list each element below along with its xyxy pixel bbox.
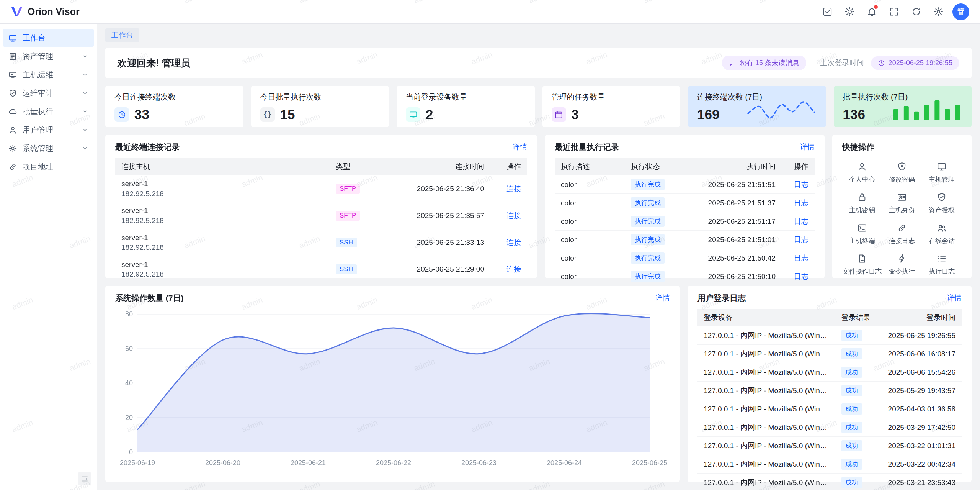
last-login-time-badge: 2025-06-25 19:26:55	[871, 56, 959, 70]
executions-detail-link[interactable]: 详情	[800, 142, 815, 152]
sidebar-item-user-management[interactable]: 用户管理	[3, 121, 94, 139]
todo-button[interactable]	[819, 4, 835, 20]
sidebar-item-label: 主机运维	[23, 70, 76, 80]
login-logs-detail-link[interactable]: 详情	[947, 293, 962, 303]
users-group-icon	[937, 223, 947, 233]
sidebar-item-project-link[interactable]: 项目地址	[3, 158, 94, 175]
log-link[interactable]: 日志	[794, 272, 808, 280]
settings-button[interactable]	[930, 4, 946, 20]
recent-connections-panel: 最近终端连接记录 详情 连接主机 类型 连接时间 操作 server-1182.…	[105, 135, 537, 278]
quick-action-personal-center[interactable]: 个人中心	[842, 162, 882, 184]
lock-icon	[857, 192, 867, 202]
login-time: 2025-06-25 19:26:55	[878, 326, 962, 345]
connect-link[interactable]: 连接	[506, 185, 521, 193]
quick-action-command-execution[interactable]: 命令执行	[882, 254, 922, 276]
quick-action-execution-logs[interactable]: 执行日志	[922, 254, 962, 276]
shield-check-icon	[937, 192, 947, 202]
execution-time: 2025-06-25 21:50:10	[686, 267, 782, 286]
quick-action-change-password[interactable]: 修改密码	[882, 162, 922, 184]
sidebar-item-ops-audit[interactable]: 运维审计	[3, 84, 94, 102]
quick-action-file-operation-logs[interactable]: 文件操作日志	[842, 254, 882, 276]
link-icon	[897, 223, 907, 233]
sidebar-item-asset-management[interactable]: 资产管理	[3, 48, 94, 65]
users-icon	[8, 126, 17, 134]
batch-exec-icon	[8, 107, 17, 116]
quick-action-host-identity[interactable]: 主机身份	[882, 192, 922, 215]
breadcrumb-item-workbench[interactable]: 工作台	[105, 28, 139, 42]
quick-action-asset-authorization[interactable]: 资产授权	[922, 192, 962, 215]
clock-icon	[878, 59, 885, 67]
column-header: 执行描述	[555, 158, 625, 175]
column-header: 执行时间	[686, 158, 782, 175]
login-result-badge: 成功	[841, 422, 862, 433]
sidebar-item-workbench[interactable]: 工作台	[3, 29, 94, 47]
host-ip: 182.92.5.218	[121, 269, 323, 279]
fullscreen-icon	[889, 7, 899, 17]
connect-link[interactable]: 连接	[506, 238, 521, 246]
connections-detail-link[interactable]: 详情	[513, 142, 527, 152]
stat-label: 当前登录设备数量	[406, 92, 526, 102]
quick-action-host-terminal[interactable]: 主机终端	[842, 223, 882, 245]
table-row: 127.0.0.1 - 内网IP - Mozilla/5.0 (Windows …	[697, 418, 962, 437]
stat-label: 今日批量执行次数	[260, 92, 380, 102]
sidebar: 工作台 资产管理 主机运维 运维审计 批量执行 用户管理 系统管理 项目地址	[0, 24, 97, 490]
theme-button[interactable]	[841, 4, 858, 20]
quick-action-label: 命令执行	[889, 267, 915, 276]
sidebar-item-host-ops[interactable]: 主机运维	[3, 66, 94, 84]
app-logo: Orion Visor	[11, 6, 80, 18]
stat-card-executions-7d: 批量执行次数 (7日) 136	[834, 86, 972, 127]
quick-action-online-sessions[interactable]: 在线会话	[922, 223, 962, 245]
chevron-down-icon	[82, 145, 88, 152]
refresh-button[interactable]	[908, 4, 924, 20]
execution-status-badge: 执行完成	[631, 271, 665, 282]
fullscreen-button[interactable]	[886, 4, 902, 20]
login-time: 2025-06-06 15:54:26	[878, 363, 962, 382]
chevron-down-icon	[82, 71, 88, 78]
panel-title: 快捷操作	[842, 142, 874, 152]
table-row: server-1182.92.5.218 SFTP 2025-06-25 21:…	[115, 175, 527, 202]
sidebar-item-system-management[interactable]: 系统管理	[3, 139, 94, 157]
host-name: server-1	[121, 233, 323, 243]
system-settings-icon	[8, 144, 17, 153]
login-time: 2025-03-21 23:53:43	[878, 474, 962, 490]
login-result-badge: 成功	[841, 330, 862, 341]
log-link[interactable]: 日志	[794, 236, 808, 244]
unread-messages-badge[interactable]: 您有 15 条未读消息	[722, 56, 806, 70]
log-link[interactable]: 日志	[794, 199, 808, 207]
quick-action-host-management[interactable]: 主机管理	[922, 162, 962, 184]
host-name: server-1	[121, 260, 323, 270]
quick-action-connection-logs[interactable]: 连接日志	[882, 223, 922, 245]
lightning-icon	[897, 254, 907, 264]
log-link[interactable]: 日志	[794, 180, 808, 188]
svg-text:2025-06-20: 2025-06-20	[205, 459, 240, 467]
code-braces-icon: {}	[260, 107, 275, 122]
notifications-button[interactable]	[864, 4, 880, 20]
app-name: Orion Visor	[28, 6, 80, 17]
system-ops-detail-link[interactable]: 详情	[655, 293, 670, 303]
device-monitor-icon	[406, 107, 420, 122]
sidebar-item-batch-execution[interactable]: 批量执行	[3, 103, 94, 120]
column-header: 连接时间	[379, 158, 490, 175]
column-header: 操作	[782, 158, 815, 175]
login-device: 127.0.0.1 - 内网IP - Mozilla/5.0 (Windows …	[697, 474, 835, 490]
connect-link[interactable]: 连接	[506, 265, 521, 273]
svg-text:2025-06-22: 2025-06-22	[376, 459, 411, 467]
table-row: color 执行完成 2025-06-25 21:50:10 日志	[555, 267, 815, 286]
quick-action-host-keys[interactable]: 主机密钥	[842, 192, 882, 215]
last-login-time: 2025-06-25 19:26:55	[889, 59, 952, 67]
svg-text:2025-06-23: 2025-06-23	[461, 459, 497, 467]
connect-link[interactable]: 连接	[506, 211, 521, 220]
log-link[interactable]: 日志	[794, 217, 808, 225]
stat-value: 15	[280, 107, 295, 122]
stat-value: 3	[572, 107, 579, 122]
log-link[interactable]: 日志	[794, 254, 808, 262]
execution-status-badge: 执行完成	[631, 216, 665, 227]
user-avatar[interactable]: 管	[952, 3, 969, 20]
connection-time: 2025-06-25 21:36:40	[379, 175, 490, 202]
list-icon	[937, 254, 947, 264]
login-result-badge: 成功	[841, 403, 862, 415]
link-icon	[8, 162, 17, 171]
login-device: 127.0.0.1 - 内网IP - Mozilla/5.0 (Windows …	[697, 345, 835, 363]
sidebar-collapse-button[interactable]	[78, 472, 91, 485]
chevron-down-icon	[82, 126, 88, 133]
